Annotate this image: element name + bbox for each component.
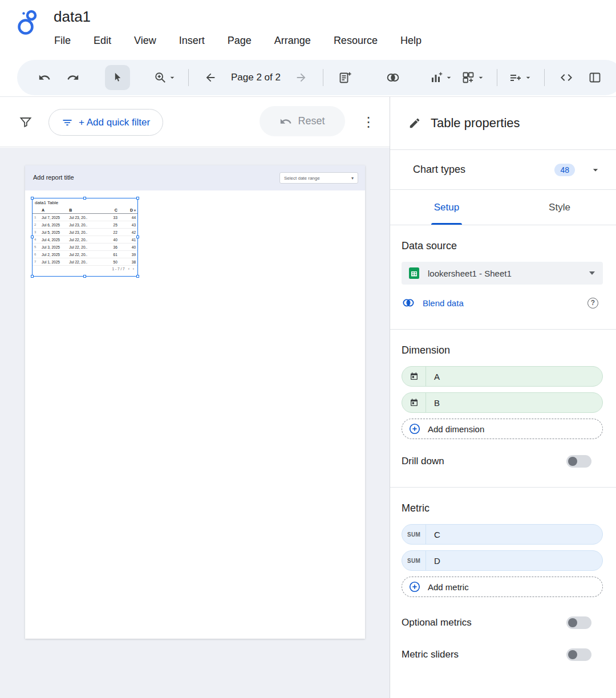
- dimension-chip-b[interactable]: B: [402, 392, 603, 413]
- add-filter-button[interactable]: [506, 65, 535, 90]
- metric-chip-c[interactable]: SUM C: [402, 524, 603, 545]
- help-icon[interactable]: ?: [587, 298, 598, 309]
- undo-icon: [38, 71, 51, 84]
- selection-handle[interactable]: [83, 275, 86, 278]
- dimension-section: Dimension A B Add dimension Drill down: [390, 330, 616, 488]
- more-options-button[interactable]: ⋮: [359, 111, 378, 133]
- menu-arrange[interactable]: Arrange: [273, 34, 313, 48]
- redo-icon: [67, 71, 79, 84]
- menu-resource[interactable]: Resource: [332, 34, 379, 48]
- add-dimension-label: Add dimension: [428, 424, 484, 434]
- app-header: data1 File Edit View Insert Page Arrange…: [0, 0, 616, 59]
- add-control-button[interactable]: [459, 65, 488, 90]
- chart-types-selector[interactable]: Chart types 48: [390, 150, 616, 190]
- report-title-placeholder[interactable]: Add report title: [33, 174, 74, 181]
- add-dimension-button[interactable]: Add dimension: [402, 419, 603, 439]
- selection-handle[interactable]: [31, 275, 34, 278]
- column-header-c[interactable]: C: [101, 206, 119, 214]
- date-range-control[interactable]: Select date range ▾: [279, 172, 358, 184]
- document-title[interactable]: data1: [54, 8, 91, 26]
- selection-handle[interactable]: [83, 197, 86, 200]
- add-quick-filter-label: + Add quick filter: [79, 117, 150, 128]
- calendar-icon: [402, 367, 426, 386]
- blend-data-button[interactable]: [380, 65, 406, 90]
- table-row: 4 Jul 4, 2025 Jul 22, 20.. 40 41: [33, 236, 137, 244]
- menu-insert[interactable]: Insert: [177, 34, 206, 48]
- table-chart[interactable]: data1 Table A B C D ▾ 1 Jul 7, 2025: [32, 198, 138, 277]
- report-page[interactable]: Add report title Select date range ▾ dat…: [25, 165, 365, 639]
- chart-types-label: Chart types: [413, 164, 554, 176]
- metric-sliders-toggle[interactable]: [566, 648, 591, 661]
- table-row: 1 Jul 7, 2025 Jul 23, 20.. 33 44: [33, 214, 137, 221]
- page-indicator[interactable]: Page 2 of 2: [231, 72, 281, 83]
- data-source-name: lookersheet1 - Sheet1: [428, 269, 582, 278]
- optional-metrics-row: Optional metrics: [402, 616, 603, 629]
- blend-icon: [402, 296, 415, 310]
- plus-circle-icon: [408, 581, 421, 593]
- panel-header: Table properties: [390, 97, 616, 150]
- redo-button[interactable]: [60, 65, 86, 90]
- menu-help[interactable]: Help: [399, 34, 423, 48]
- report-canvas[interactable]: Add report title Select date range ▾ dat…: [0, 148, 390, 698]
- looker-studio-app: { "app": { "title": "data1" }, "menu": {…: [0, 0, 616, 698]
- cursor-icon: [112, 72, 123, 83]
- selection-handle[interactable]: [31, 197, 34, 200]
- aggregation-badge: SUM: [402, 525, 426, 544]
- add-page-button[interactable]: [333, 65, 358, 90]
- menu-edit[interactable]: Edit: [92, 34, 113, 48]
- arrow-left-icon: [204, 71, 217, 84]
- selection-handle[interactable]: [31, 236, 34, 238]
- table-row: 2 Jul 6, 2025 Jul 23, 20.. 25 43: [33, 221, 137, 229]
- add-chart-button[interactable]: [427, 65, 456, 90]
- chart-types-count-badge: 48: [554, 164, 575, 176]
- reset-label: Reset: [298, 115, 325, 127]
- drill-down-toggle[interactable]: [566, 455, 591, 468]
- menu-file[interactable]: File: [52, 34, 72, 48]
- page-prev-icon[interactable]: ‹: [128, 267, 129, 271]
- selection-handle[interactable]: [136, 236, 139, 238]
- embed-code-button[interactable]: [554, 65, 579, 90]
- page-forward-button[interactable]: [289, 65, 314, 90]
- add-control-icon: [461, 71, 475, 84]
- more-tools-button[interactable]: [582, 65, 607, 90]
- column-header-a[interactable]: A: [40, 206, 67, 214]
- add-metric-label: Add metric: [428, 582, 469, 592]
- tab-style[interactable]: Style: [503, 190, 616, 225]
- chevron-down-icon: [590, 164, 601, 176]
- table-row: 7 Jul 1, 2025 Jul 22, 20.. 50 38: [33, 258, 137, 266]
- zoom-tool-button[interactable]: [152, 65, 179, 90]
- add-metric-button[interactable]: Add metric: [402, 577, 603, 597]
- optional-metrics-toggle[interactable]: [566, 616, 591, 629]
- add-quick-filter-button[interactable]: + Add quick filter: [48, 109, 163, 136]
- caret-down-icon: ▾: [351, 176, 354, 181]
- drill-down-label: Drill down: [402, 456, 444, 467]
- menu-bar: File Edit View Insert Page Arrange Resou…: [52, 34, 423, 48]
- data-table: A B C D ▾ 1 Jul 7, 2025 Jul 23, 20.. 33 …: [33, 206, 137, 266]
- date-range-label: Select date range: [284, 176, 320, 181]
- data-source-selector[interactable]: lookersheet1 - Sheet1: [402, 262, 603, 285]
- tab-setup[interactable]: Setup: [390, 190, 503, 225]
- column-header-b[interactable]: B: [67, 206, 100, 214]
- page-next-icon[interactable]: ›: [133, 267, 134, 271]
- metric-chip-d[interactable]: SUM D: [402, 550, 603, 571]
- reset-button[interactable]: Reset: [260, 106, 345, 136]
- undo-button[interactable]: [32, 65, 57, 90]
- table-row: 3 Jul 5, 2025 Jul 23, 20.. 22 42: [33, 229, 137, 236]
- blend-data-link[interactable]: Blend data: [423, 298, 464, 308]
- select-tool-button[interactable]: [105, 65, 130, 90]
- page-back-button[interactable]: [198, 65, 223, 90]
- dimension-field-label: A: [426, 372, 440, 382]
- funnel-icon: [19, 115, 33, 129]
- filter-lines-plus-icon: [509, 71, 522, 84]
- menu-page[interactable]: Page: [226, 34, 253, 48]
- selection-handle[interactable]: [136, 275, 139, 278]
- column-header-d[interactable]: D ▾: [119, 206, 137, 214]
- filter-list-icon: [62, 117, 73, 128]
- looker-studio-logo: [14, 8, 41, 36]
- dimension-chip-a[interactable]: A: [402, 366, 603, 387]
- menu-view[interactable]: View: [132, 34, 158, 48]
- drill-down-row: Drill down: [402, 455, 603, 468]
- selection-handle[interactable]: [136, 197, 139, 200]
- toolbar-divider: [497, 69, 497, 86]
- report-header-band: Add report title Select date range ▾: [25, 165, 365, 190]
